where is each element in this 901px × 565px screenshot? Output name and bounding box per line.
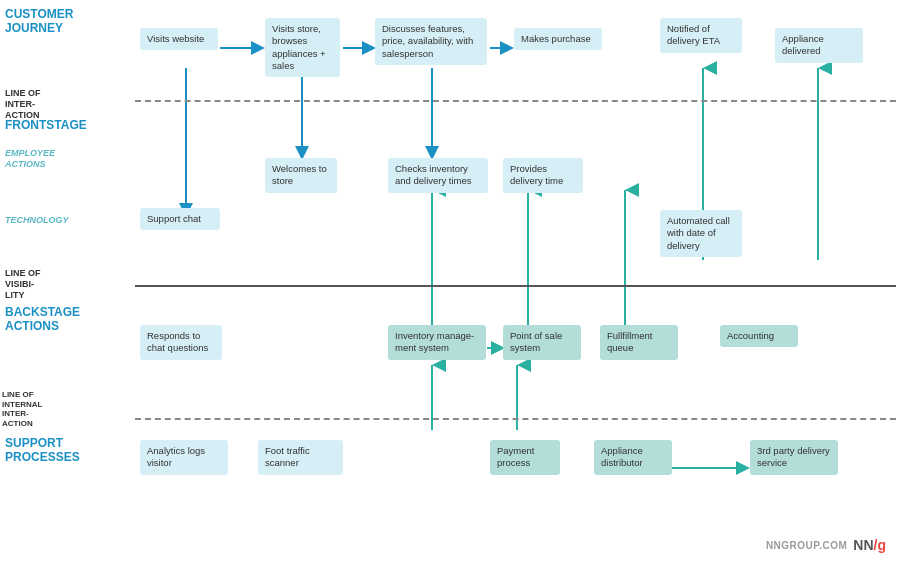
employee-actions-label: EMPLOYEE ACTIONS: [5, 148, 55, 170]
analytics-logs-box: Analytics logs visitor: [140, 440, 228, 475]
point-of-sale-box: Point of sale system: [503, 325, 581, 360]
payment-process-box: Payment process: [490, 440, 560, 475]
appliance-distributor-box: Appliance distributor: [594, 440, 672, 475]
support-processes-label: SUPPORT PROCESSES: [5, 436, 80, 465]
provides-delivery-box: Provides delivery time: [503, 158, 583, 193]
third-party-box: 3rd party delivery service: [750, 440, 838, 475]
accounting-box: Accounting: [720, 325, 798, 347]
notified-delivery-box: Notified of delivery ETA: [660, 18, 742, 53]
brand-text: NNGROUP.COM: [766, 540, 847, 551]
checks-inventory-box: Checks inventory and delivery times: [388, 158, 488, 193]
line-interaction: [135, 100, 896, 102]
foot-traffic-box: Foot traffic scanner: [258, 440, 343, 475]
automated-call-box: Automated call with date of delivery: [660, 210, 742, 257]
line-internal-interaction: [135, 418, 896, 420]
brand: NNGROUP.COM NN/g: [766, 537, 886, 553]
customer-journey-label: CUSTOMER JOURNEY: [5, 8, 73, 36]
frontstage-label: FRONTSTAGE: [5, 118, 87, 132]
backstage-actions-label: BACKSTAGE ACTIONS: [5, 305, 80, 334]
support-chat-box: Support chat: [140, 208, 220, 230]
welcomes-store-box: Welcomes to store: [265, 158, 337, 193]
customer-journey-diagram: CUSTOMER JOURNEY LINE OF INTER- ACTION F…: [0, 0, 901, 565]
responds-chat-box: Responds to chat questions: [140, 325, 222, 360]
line-visibility-label: LINE OF VISIBI- LITY: [5, 268, 41, 300]
line-internal-label: LINE OF INTERNAL INTER- ACTION: [2, 390, 42, 428]
technology-label: TECHNOLOGY: [5, 215, 69, 226]
line-interaction-label: LINE OF INTER- ACTION: [5, 88, 41, 120]
line-visibility: [135, 285, 896, 287]
appliance-delivered-box: Appliance delivered: [775, 28, 863, 63]
arrows-layer: [0, 0, 901, 565]
discusses-features-box: Discusses features, price, availability,…: [375, 18, 487, 65]
fulfillment-queue-box: Fullfillment queue: [600, 325, 678, 360]
inventory-mgmt-box: Inventory manage- ment system: [388, 325, 486, 360]
visits-store-box: Visits store, browses appliances + sales: [265, 18, 340, 77]
visits-website-box: Visits website: [140, 28, 218, 50]
makes-purchase-box: Makes purchase: [514, 28, 602, 50]
brand-logo: NN/g: [853, 537, 886, 553]
